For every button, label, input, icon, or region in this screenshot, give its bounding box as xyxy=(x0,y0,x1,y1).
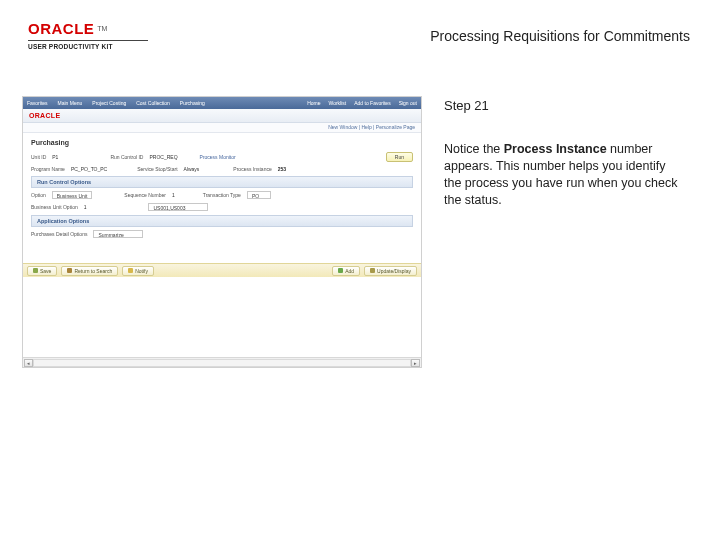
add-button: Add xyxy=(332,266,360,276)
menu-cost-collection: Cost Collection xyxy=(136,100,170,106)
val-unit-id: P1 xyxy=(52,154,58,160)
oracle-upk-logo: ORACLE TM USER PRODUCTIVITY KIT xyxy=(28,20,148,50)
notify-label: Notify xyxy=(135,268,148,274)
menu-purchasing: Purchasing xyxy=(180,100,205,106)
menu-add-favorites: Add to Favorites xyxy=(354,100,390,106)
app-toolbar: Save Return to Search Notify Add Update/… xyxy=(23,263,421,277)
val-run-control: PROC_REQ xyxy=(149,154,177,160)
input-option: Business Unit xyxy=(52,191,93,199)
menu-favorites: Favorites xyxy=(27,100,48,106)
oracle-brand-text: ORACLE xyxy=(28,20,94,37)
notify-button: Notify xyxy=(122,266,154,276)
label-bu-option: Business Unit Option xyxy=(31,204,78,210)
label-program-name: Program Name xyxy=(31,166,65,172)
val-process-instance: 253 xyxy=(278,166,286,172)
label-seq: Sequence Number xyxy=(124,192,166,198)
return-label: Return to Search xyxy=(74,268,112,274)
val-program-name: PC_PO_TO_PC xyxy=(71,166,107,172)
menu-main: Main Menu xyxy=(58,100,83,106)
update-button: Update/Display xyxy=(364,266,417,276)
link-process-monitor: Process Monitor xyxy=(200,154,236,160)
menu-project-costing: Project Costing xyxy=(92,100,126,106)
group-application-options: Application Options xyxy=(31,215,413,227)
section-heading: Purchasing xyxy=(31,139,413,146)
embedded-app-screenshot: Favorites Main Menu Project Costing Cost… xyxy=(22,96,422,368)
upk-subtitle: USER PRODUCTIVITY KIT xyxy=(28,40,148,50)
menu-worklist: Worklist xyxy=(329,100,347,106)
save-icon xyxy=(33,268,38,273)
app-breadcrumbs: New Window | Help | Personalize Page xyxy=(23,123,421,133)
return-button: Return to Search xyxy=(61,266,118,276)
return-icon xyxy=(67,268,72,273)
input-bu-list: US001,US003 xyxy=(148,203,208,211)
input-purch-detail: Summarize xyxy=(93,230,143,238)
app-menubar: Favorites Main Menu Project Costing Cost… xyxy=(23,97,421,109)
label-run-control: Run Control ID xyxy=(110,154,143,160)
instruction-text: Notice the Process Instance number appea… xyxy=(444,141,684,209)
page-title: Processing Requisitions for Commitments xyxy=(430,20,692,44)
save-button: Save xyxy=(27,266,57,276)
scroll-track xyxy=(33,359,411,367)
label-process-instance: Process Instance xyxy=(233,166,271,172)
add-label: Add xyxy=(345,268,354,274)
val-bu-option: 1 xyxy=(84,204,87,210)
notify-icon xyxy=(128,268,133,273)
group-run-control-options: Run Control Options xyxy=(31,176,413,188)
horizontal-scrollbar: ◂ ▸ xyxy=(23,357,421,367)
scroll-right-icon: ▸ xyxy=(411,359,420,367)
label-service: Service Stop/Start xyxy=(137,166,177,172)
label-unit-id: Unit ID xyxy=(31,154,46,160)
val-seq: 1 xyxy=(172,192,175,198)
update-icon xyxy=(370,268,375,273)
save-label: Save xyxy=(40,268,51,274)
update-label: Update/Display xyxy=(377,268,411,274)
run-button: Run xyxy=(386,152,413,162)
add-icon xyxy=(338,268,343,273)
scroll-left-icon: ◂ xyxy=(24,359,33,367)
menu-home: Home xyxy=(307,100,320,106)
val-service: Always xyxy=(184,166,200,172)
trademark-symbol: TM xyxy=(97,25,107,32)
app-logobar: ORACLE xyxy=(23,109,421,123)
label-option: Option xyxy=(31,192,46,198)
instruction-bold: Process Instance xyxy=(504,142,607,156)
label-trx-type: Transaction Type xyxy=(203,192,241,198)
step-label: Step 21 xyxy=(444,98,692,113)
menu-signout: Sign out xyxy=(399,100,417,106)
app-oracle-logo: ORACLE xyxy=(29,112,60,119)
input-trx-type: PO xyxy=(247,191,271,199)
label-purch-detail: Purchases Detail Options xyxy=(31,231,87,237)
instruction-pre: Notice the xyxy=(444,142,504,156)
